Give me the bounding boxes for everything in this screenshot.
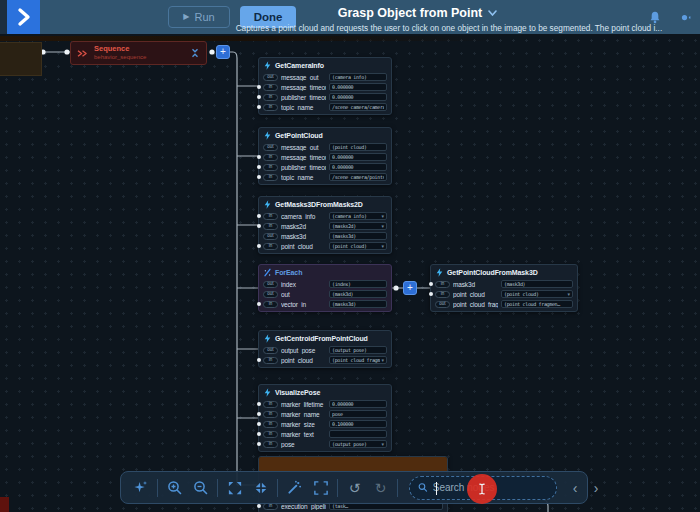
param-row: inpoint_cloud(point_cloud)▾ <box>259 241 391 251</box>
wand-icon <box>287 480 302 495</box>
param-value-field[interactable]: (point_cloud_fragmen… <box>501 300 573 308</box>
direction-badge: in <box>263 104 278 111</box>
param-value-field[interactable]: /scene_camera/camera… <box>329 103 387 111</box>
previous-match-button[interactable]: ‹ <box>568 478 582 498</box>
node-title: GetPointCloud <box>275 132 323 139</box>
input-port[interactable] <box>257 155 261 159</box>
param-value: (point_cloud) <box>332 144 384 150</box>
collapse-node-icon[interactable] <box>190 48 200 58</box>
param-value-field[interactable]: (masks3d) <box>329 300 387 308</box>
chevron-logo-icon <box>15 7 33 27</box>
page-title: Grasp Object from Point <box>338 6 482 20</box>
app-logo[interactable] <box>7 0 40 34</box>
magic-wand-button[interactable] <box>285 478 304 498</box>
param-row: inmessage_timeou..0.000000 <box>259 152 391 162</box>
param-value-field[interactable]: (camera_info)▾ <box>329 212 387 220</box>
param-value-field[interactable]: 0.000000 <box>329 93 387 101</box>
param-row: outpoint_cloud_frag..(point_cloud_fragme… <box>431 299 577 309</box>
node-GetMasks3DFromMasks2D[interactable]: GetMasks3DFromMasks2Dincamera_info(camer… <box>258 196 392 254</box>
collapse-all-button[interactable] <box>251 478 270 498</box>
skill-icon <box>436 268 443 277</box>
node-ForEach[interactable]: ForEachoutindex(index)outout(mask3d)inve… <box>258 264 392 312</box>
param-row: outmasks3d(masks3d) <box>259 231 391 241</box>
input-port[interactable] <box>257 175 261 179</box>
param-value-field[interactable]: 0.000000 <box>329 83 387 91</box>
auto-arrange-button[interactable] <box>131 478 150 498</box>
param-value-field[interactable]: (point_cloud)▾ <box>501 290 573 298</box>
input-port[interactable] <box>257 412 261 416</box>
param-value: (mask3d) <box>332 291 384 297</box>
param-value-field[interactable]: (point_cloud_fragm…▾ <box>329 356 387 364</box>
param-value-field[interactable]: (output_pose) <box>329 346 387 354</box>
param-value-field[interactable] <box>329 430 387 438</box>
input-port[interactable] <box>257 244 261 248</box>
node-VisualizePose[interactable]: VisualizePoseinmarker_lifetime0.000000in… <box>258 384 392 452</box>
input-port[interactable] <box>257 402 261 406</box>
add-node-button[interactable]: + <box>216 45 230 59</box>
input-port[interactable] <box>429 292 433 296</box>
param-value-field[interactable]: (index) <box>329 280 387 288</box>
param-label: message_timeou.. <box>281 84 326 91</box>
settings-button[interactable] <box>676 9 692 25</box>
param-value-field[interactable]: 0.000000 <box>329 400 387 408</box>
direction-badge: in <box>263 213 278 220</box>
param-value-field[interactable]: (camera_info) <box>329 73 387 81</box>
param-label: vector_in <box>281 301 326 308</box>
param-value-field[interactable]: /scene_camera/points <box>329 173 387 181</box>
input-port[interactable] <box>257 105 261 109</box>
redo-button[interactable]: ↻ <box>371 478 390 498</box>
input-port[interactable] <box>257 224 261 228</box>
param-value-field[interactable]: (output_pose)▾ <box>329 440 387 448</box>
param-label: publisher_timeou.. <box>281 164 326 171</box>
param-value-field[interactable]: (mask3d) <box>329 290 387 298</box>
zoom-out-button[interactable] <box>191 478 210 498</box>
node-GetCentroidFromPointCloud[interactable]: GetCentroidFromPointCloudoutoutput_pose(… <box>258 330 392 368</box>
redo-icon: ↻ <box>375 481 387 495</box>
param-value-field[interactable]: (masks3d) <box>329 232 387 240</box>
input-port[interactable] <box>257 442 261 446</box>
direction-badge: in <box>263 431 278 438</box>
param-value-field[interactable]: 0.000000 <box>329 153 387 161</box>
skill-icon <box>264 388 271 397</box>
expand-all-button[interactable] <box>225 478 244 498</box>
input-port[interactable] <box>257 432 261 436</box>
run-button[interactable]: ▶ Run <box>168 6 230 28</box>
node-sequence[interactable]: Sequence behavior_sequence <box>70 41 207 65</box>
param-value-field[interactable]: (point_cloud) <box>329 143 387 151</box>
param-value: 0.000000 <box>332 401 384 407</box>
param-value-field[interactable]: (masks2d)▾ <box>329 222 387 230</box>
undo-button[interactable]: ↺ <box>345 478 364 498</box>
input-port[interactable] <box>257 85 261 89</box>
param-row: intopic_name/scene_camera/camera… <box>259 102 391 112</box>
input-port[interactable] <box>429 282 433 286</box>
param-row: inpublisher_timeou..0.000000 <box>259 92 391 102</box>
input-port[interactable] <box>257 504 261 508</box>
fit-view-button[interactable] <box>311 478 330 498</box>
input-port[interactable] <box>257 302 261 306</box>
input-port[interactable] <box>257 214 261 218</box>
next-match-button[interactable]: › <box>589 478 603 498</box>
node-GetPointCloudFromMask3D[interactable]: GetPointCloudFromMask3Dinmask3d(mask3d)i… <box>430 264 578 312</box>
param-row: inmasks2d(masks2d)▾ <box>259 221 391 231</box>
partial-node-offscreen[interactable] <box>0 42 42 76</box>
chevron-down-icon[interactable] <box>488 10 497 16</box>
node-GetCameraInfo[interactable]: GetCameraInfooutmessage_out(camera_info)… <box>258 57 392 115</box>
add-node-button[interactable]: + <box>403 281 417 295</box>
param-label: message_timeou.. <box>281 154 326 161</box>
param-value-field[interactable]: 0.100000 <box>329 420 387 428</box>
param-label: marker_text <box>281 431 326 438</box>
input-port[interactable] <box>257 95 261 99</box>
node-GetPointCloud[interactable]: GetPointCloudoutmessage_out(point_cloud)… <box>258 127 392 185</box>
input-port[interactable] <box>257 358 261 362</box>
param-value: (masks2d) <box>332 223 380 229</box>
partial-node-bottom-left[interactable] <box>0 497 9 512</box>
input-port[interactable] <box>257 165 261 169</box>
param-value-field[interactable]: (mask3d) <box>501 280 573 288</box>
input-port[interactable] <box>257 422 261 426</box>
zoom-in-button[interactable] <box>165 478 184 498</box>
param-value: 0.000000 <box>332 154 384 160</box>
param-label: out <box>281 291 326 298</box>
param-value-field[interactable]: (point_cloud)▾ <box>329 242 387 250</box>
param-value-field[interactable]: 0.000000 <box>329 163 387 171</box>
param-value-field[interactable]: pose <box>329 410 387 418</box>
